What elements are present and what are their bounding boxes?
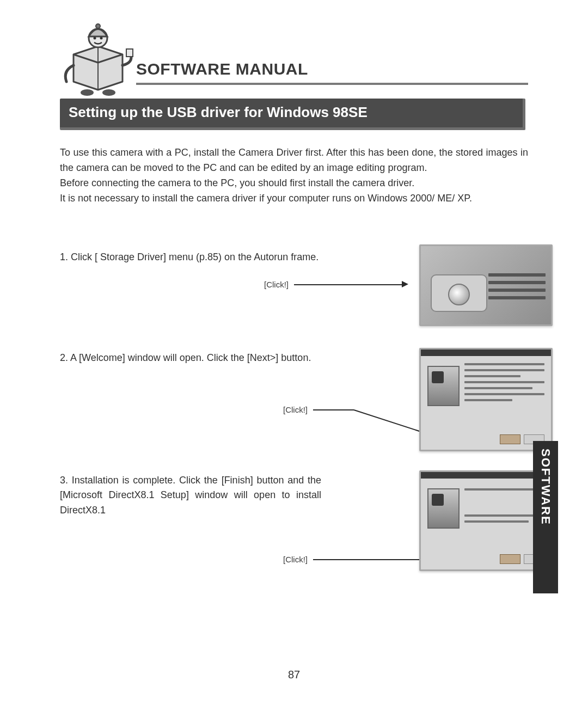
steps: 1. Click [ Storage Driver] menu (p.85) o… [60,250,528,582]
manual-title: SOFTWARE MANUAL [136,60,528,78]
step-3-text: 3. Installation is complete. Click the [… [60,473,321,519]
svg-point-2 [96,24,100,28]
step-3-click-label: [Click!] [283,555,308,564]
step-1-text: 1. Click [ Storage Driver] menu (p.85) o… [60,250,321,265]
step-1-arrow-head [402,281,408,287]
intro-text: To use this camera with a PC, install th… [60,145,528,206]
svg-point-7 [102,89,115,96]
step-3-arrow [313,559,436,560]
intro-p1: To use this camera with a PC, install th… [60,145,528,176]
step-2-arrow-seg1 [313,409,354,410]
step-2: 2. A [Welcome] window will open. Click t… [60,351,528,459]
page: SOFTWARE MANUAL Setting up the USB drive… [0,0,588,705]
step-2-text: 2. A [Welcome] window will open. Click t… [60,351,321,366]
svg-point-4 [100,37,103,40]
step-3: 3. Installation is complete. Click the [… [60,473,528,582]
intro-p3: It is not necessary to install the camer… [60,191,528,206]
step-1-screenshot [419,244,553,326]
mascot-illustration [60,16,136,98]
header: SOFTWARE MANUAL [60,22,528,85]
step-2-screenshot [419,348,553,451]
step-1: 1. Click [ Storage Driver] menu (p.85) o… [60,250,528,337]
step-2-click-label: [Click!] [283,405,308,414]
svg-point-6 [81,89,94,96]
side-tab-software: SOFTWARE [533,441,558,593]
step-1-arrow [294,284,403,285]
page-number: 87 [0,669,588,681]
svg-point-3 [94,37,96,40]
svg-rect-5 [126,49,133,57]
step-1-click-label: [Click!] [264,280,289,289]
section-heading: Setting up the USB driver for Windows 98… [60,99,525,130]
title-underline [136,83,528,85]
intro-p2: Before connecting the camera to the PC, … [60,176,528,191]
